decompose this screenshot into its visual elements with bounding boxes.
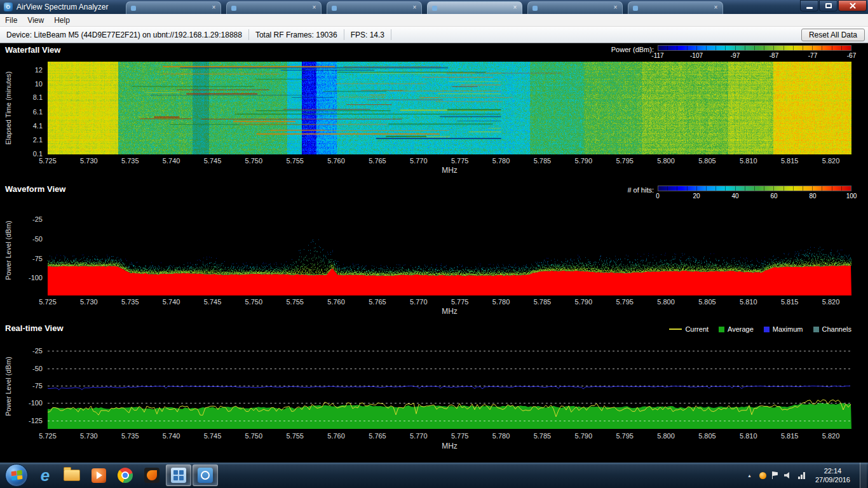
x-tick-label: 5.815 (781, 157, 799, 165)
x-tick-label: 5.745 (204, 432, 222, 440)
status-segments: Device: LiteBeam M5 (44D9E77E2F21) on ub… (0, 27, 391, 43)
waveform-x-ticks: 5.7255.7305.7355.7405.7455.7505.7555.760… (48, 298, 851, 306)
x-tick-label: 5.755 (286, 157, 304, 165)
x-tick-label: 5.805 (698, 157, 716, 165)
background-tab[interactable]: × (527, 1, 623, 14)
background-tab[interactable]: × (628, 1, 723, 14)
y-tick-label: 2.1 (33, 136, 43, 144)
taskbar-icon-app-orange[interactable] (139, 464, 165, 486)
status-segment: Total RF Frames: 19036 (249, 29, 344, 40)
menu-item-view[interactable]: View (22, 14, 49, 26)
maximize-icon (825, 3, 832, 8)
taskbar-clock[interactable]: 22:14 27/09/2016 (811, 466, 854, 484)
tab-close-icon[interactable]: × (210, 4, 217, 11)
x-tick-label: 5.740 (163, 298, 180, 306)
colorbar-tick-label: -97 (731, 52, 740, 59)
waveform-canvas (48, 205, 851, 295)
average-swatch-icon (719, 327, 724, 332)
x-tick-label: 5.815 (781, 298, 799, 306)
tray-volume-icon[interactable] (784, 472, 792, 479)
legend-item-current: Current (669, 325, 709, 333)
taskbar-icon-explorer[interactable] (59, 464, 85, 486)
waveform-y-axis-label-text: Power Level (dBm) (4, 220, 12, 280)
x-tick-label: 5.795 (616, 432, 634, 440)
y-tick-label: -25 (32, 347, 43, 355)
tray-action-center-icon[interactable] (772, 471, 778, 479)
x-tick-label: 5.775 (451, 157, 469, 165)
x-tick-label: 5.795 (616, 157, 634, 165)
tray-expand-icon[interactable]: ▲ (745, 473, 754, 478)
y-tick-label: -25 (32, 215, 43, 223)
start-button[interactable] (5, 464, 28, 487)
taskbar-icon-internet-explorer[interactable]: e (32, 464, 58, 486)
colorbar-tick-label: -67 (847, 52, 856, 59)
menu-bar: FileViewHelp (0, 14, 868, 27)
x-tick-label: 5.755 (286, 298, 304, 306)
taskbar: e ▲ 22:14 27/09/2016 (0, 463, 868, 488)
x-tick-label: 5.725 (39, 298, 57, 306)
x-tick-label: 5.780 (492, 432, 510, 440)
y-tick-label: -75 (32, 255, 43, 262)
tray-network-icon[interactable] (798, 472, 806, 479)
tab-favicon-icon (231, 6, 236, 11)
x-tick-label: 5.730 (80, 432, 98, 440)
x-tick-label: 5.790 (575, 298, 593, 306)
tab-close-icon[interactable]: × (712, 4, 719, 11)
window-title: AirView Spectrum Analyzer (17, 3, 109, 11)
tab-close-icon[interactable]: × (411, 4, 418, 11)
colorbar-tick-label: 80 (809, 193, 816, 200)
y-tick-label: -50 (32, 365, 43, 372)
x-tick-label: 5.790 (575, 432, 593, 440)
x-tick-label: 5.750 (245, 432, 263, 440)
x-tick-label: 5.735 (121, 432, 139, 440)
play-icon (92, 468, 106, 483)
clock-date: 27/09/2016 (815, 475, 850, 484)
background-tab[interactable]: × (226, 1, 322, 14)
app-content: Waterfall View Power (dBm): -117-107-97-… (0, 43, 868, 463)
airview-taskbar-icon (198, 468, 213, 483)
taskbar-icon-app-blue[interactable] (166, 464, 191, 486)
maximize-button[interactable] (819, 0, 837, 11)
tray-update-icon[interactable] (759, 472, 766, 479)
x-tick-label: 5.775 (451, 298, 469, 306)
taskbar-icon-media-player[interactable] (86, 464, 111, 486)
window-titlebar[interactable]: AirView Spectrum Analyzer ×××××× (0, 0, 868, 14)
airview-app-icon (4, 3, 13, 11)
x-tick-label: 5.805 (698, 432, 716, 440)
x-tick-label: 5.810 (740, 432, 757, 440)
menu-item-help[interactable]: Help (49, 14, 75, 26)
background-tab[interactable]: × (427, 1, 522, 14)
orange-app-icon (144, 468, 159, 483)
screen: AirView Spectrum Analyzer ×××××× FileVie… (0, 0, 868, 488)
background-tab[interactable]: × (327, 1, 422, 14)
y-tick-label: -100 (29, 274, 43, 281)
x-tick-label: 5.785 (534, 432, 552, 440)
tab-close-icon[interactable]: × (311, 4, 318, 11)
realtime-view-title: Real-time View (5, 323, 64, 333)
legend-item-maximum: Maximum (764, 325, 803, 333)
show-desktop-button[interactable] (860, 463, 867, 488)
y-tick-label: 8.1 (33, 93, 43, 101)
minimize-button[interactable] (800, 0, 818, 11)
tab-close-icon[interactable]: × (512, 4, 519, 11)
colorbar-tick-label: -77 (808, 52, 817, 59)
tab-close-icon[interactable]: × (612, 4, 619, 11)
waterfall-y-axis-label-text: Elapsed Time (minutes) (4, 71, 12, 145)
taskbar-icon-airview[interactable] (193, 464, 218, 486)
x-tick-label: 5.740 (163, 432, 180, 440)
taskbar-icon-chrome[interactable] (112, 464, 138, 486)
close-button[interactable] (838, 0, 867, 11)
x-tick-label: 5.790 (575, 157, 593, 165)
menu-item-file[interactable]: File (0, 14, 22, 26)
x-tick-label: 5.820 (822, 298, 840, 306)
waveform-view-title: Waveform View (5, 184, 65, 194)
x-tick-label: 5.745 (204, 157, 222, 165)
minimize-icon (806, 7, 813, 9)
legend-label: Average (728, 325, 754, 333)
maximum-swatch-icon (764, 327, 770, 332)
background-tab[interactable]: × (126, 1, 221, 14)
x-tick-label: 5.730 (80, 298, 98, 306)
y-tick-label: 10 (35, 80, 43, 88)
reset-all-data-button[interactable]: Reset All Data (801, 29, 865, 41)
hits-colorbar-ticks: 020406080100 (658, 193, 851, 200)
